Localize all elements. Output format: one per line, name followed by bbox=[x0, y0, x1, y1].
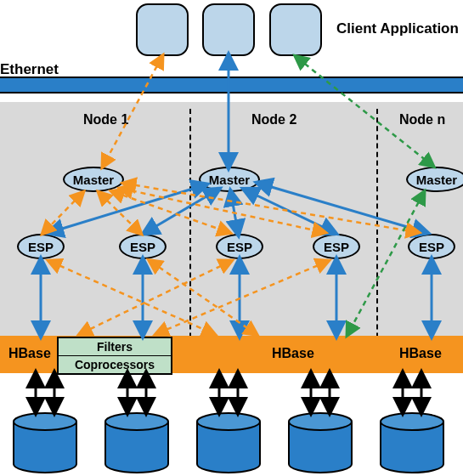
hdfs-label: HDFS bbox=[306, 445, 341, 460]
ethernet-label: Ethernet bbox=[0, 61, 59, 78]
node-divider bbox=[376, 109, 378, 364]
filters-label: Filters bbox=[59, 338, 171, 356]
master-noden: Master bbox=[406, 167, 463, 192]
hdfs-label: HDFS bbox=[214, 445, 249, 460]
noden-label: Node n bbox=[399, 112, 445, 128]
hdfs-label: HDFS bbox=[398, 445, 432, 460]
node-divider bbox=[189, 109, 191, 364]
hdfs-label: HDFS bbox=[31, 445, 65, 460]
esp-label: ESP bbox=[227, 240, 252, 254]
ethernet-edge bbox=[0, 76, 463, 78]
hbase-label-n: HBase bbox=[399, 346, 442, 361]
esp-label: ESP bbox=[324, 240, 349, 254]
esp-label: ESP bbox=[419, 240, 444, 254]
ethernet-edge bbox=[0, 92, 463, 94]
coprocessors-label: Coprocessors bbox=[59, 356, 171, 373]
client-box bbox=[136, 3, 189, 56]
node1-label: Node 1 bbox=[83, 112, 128, 128]
master-label: Master bbox=[73, 173, 114, 187]
client-box bbox=[269, 3, 322, 56]
esp-label: ESP bbox=[28, 240, 54, 254]
hdfs-label: HDFS bbox=[122, 445, 157, 460]
client-box bbox=[202, 3, 255, 56]
hbase-label-2: HBase bbox=[272, 346, 314, 361]
filters-coprocessors-box: Filters Coprocessors bbox=[57, 337, 172, 375]
node2-label: Node 2 bbox=[251, 112, 296, 128]
esp-4: ESP bbox=[313, 234, 360, 259]
master-label: Master bbox=[209, 173, 250, 187]
master-node1: Master bbox=[63, 167, 124, 192]
hbase-label-1: HBase bbox=[8, 346, 51, 361]
master-node2: Master bbox=[199, 167, 260, 192]
esp-5: ESP bbox=[408, 234, 455, 259]
master-label: Master bbox=[416, 173, 457, 187]
esp-label: ESP bbox=[130, 240, 155, 254]
esp-3: ESP bbox=[216, 234, 263, 259]
client-application-label: Client Application bbox=[336, 20, 459, 37]
esp-2: ESP bbox=[119, 234, 167, 259]
esp-1: ESP bbox=[17, 234, 65, 259]
